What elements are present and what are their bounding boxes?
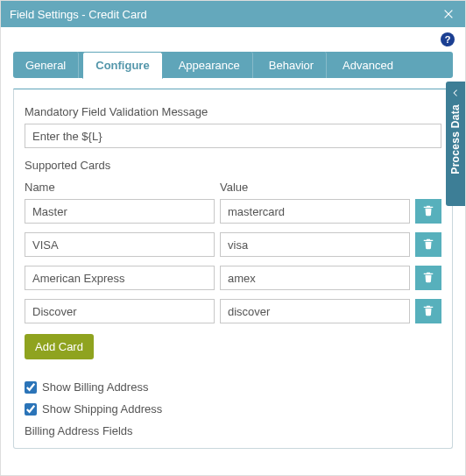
- mandatory-msg-label: Mandatory Field Validation Message: [25, 105, 441, 118]
- chevron-left-icon: [449, 87, 462, 99]
- card-name-input[interactable]: [25, 199, 215, 224]
- tab-advanced[interactable]: Advanced: [330, 52, 406, 78]
- cards-rows: [25, 199, 441, 323]
- process-data-side-tab[interactable]: Process Data: [446, 82, 465, 206]
- dialog-title: Field Settings - Credit Card: [10, 8, 441, 21]
- show-shipping-label: Show Shipping Address: [42, 402, 162, 416]
- tab-general[interactable]: General: [13, 52, 79, 78]
- delete-card-button[interactable]: [415, 266, 441, 290]
- mandatory-msg-input[interactable]: [25, 124, 441, 148]
- tab-configure[interactable]: Configure: [82, 52, 162, 79]
- card-row: [25, 232, 441, 257]
- dialog-content: General Configure Appearance Behavior Ad…: [1, 46, 465, 461]
- help-icon[interactable]: ?: [441, 32, 455, 46]
- card-name-input[interactable]: [25, 232, 215, 257]
- titlebar: Field Settings - Credit Card: [1, 1, 465, 27]
- card-row: [25, 266, 441, 290]
- card-value-input[interactable]: [220, 299, 410, 323]
- billing-fields-label: Billing Address Fields: [25, 424, 441, 437]
- tab-bar: General Configure Appearance Behavior Ad…: [13, 52, 453, 78]
- delete-card-button[interactable]: [415, 232, 441, 257]
- delete-card-button[interactable]: [415, 199, 441, 224]
- configure-panel: Mandatory Field Validation Message Suppo…: [13, 89, 453, 449]
- add-card-button[interactable]: Add Card: [25, 334, 94, 359]
- help-row: ?: [1, 27, 465, 46]
- col-header-value: Value: [220, 181, 410, 194]
- show-billing-checkbox[interactable]: [25, 381, 37, 394]
- trash-icon: [422, 238, 434, 252]
- delete-card-button[interactable]: [415, 299, 441, 323]
- col-header-name: Name: [25, 181, 215, 194]
- card-value-input[interactable]: [220, 232, 410, 257]
- card-value-input[interactable]: [220, 266, 410, 290]
- card-value-input[interactable]: [220, 199, 410, 224]
- show-shipping-checkbox[interactable]: [25, 403, 37, 416]
- trash-icon: [422, 304, 434, 319]
- side-tab-label: Process Data: [449, 104, 462, 174]
- card-row: [25, 299, 441, 323]
- supported-cards-label: Supported Cards: [25, 159, 441, 172]
- show-billing-label: Show Billing Address: [42, 380, 148, 394]
- card-name-input[interactable]: [25, 299, 215, 323]
- cards-columns-header: Name Value: [25, 181, 441, 194]
- card-name-input[interactable]: [25, 266, 215, 290]
- card-row: [25, 199, 441, 224]
- close-icon[interactable]: [441, 6, 456, 22]
- tab-appearance[interactable]: Appearance: [166, 52, 253, 78]
- field-settings-dialog: Field Settings - Credit Card ? Process D…: [0, 0, 466, 476]
- trash-icon: [422, 271, 434, 286]
- trash-icon: [422, 204, 434, 219]
- tab-behavior[interactable]: Behavior: [257, 52, 327, 78]
